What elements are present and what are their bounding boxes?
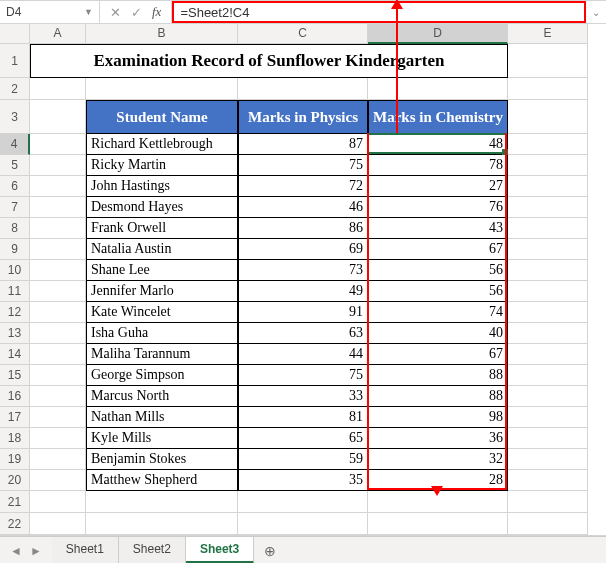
- cell-chemistry[interactable]: 76: [368, 197, 508, 218]
- name-box-dropdown-icon[interactable]: ▼: [84, 7, 93, 17]
- cell[interactable]: [368, 491, 508, 513]
- cell-chemistry[interactable]: 74: [368, 302, 508, 323]
- cell[interactable]: [508, 197, 588, 218]
- row-header[interactable]: 21: [0, 491, 30, 513]
- cell-physics[interactable]: 59: [238, 449, 368, 470]
- cell-physics[interactable]: 91: [238, 302, 368, 323]
- cell-physics[interactable]: 73: [238, 260, 368, 281]
- cell-student-name[interactable]: Richard Kettlebrough: [86, 134, 238, 155]
- cell[interactable]: [508, 323, 588, 344]
- cell[interactable]: [30, 513, 86, 535]
- cell-physics[interactable]: 75: [238, 365, 368, 386]
- name-box[interactable]: D4 ▼: [0, 1, 100, 23]
- cell[interactable]: [508, 78, 588, 100]
- row-header[interactable]: 22: [0, 513, 30, 535]
- cell-physics[interactable]: 86: [238, 218, 368, 239]
- cell[interactable]: [30, 365, 86, 386]
- row-header[interactable]: 11: [0, 281, 30, 302]
- cell[interactable]: [508, 470, 588, 491]
- cell[interactable]: [508, 407, 588, 428]
- cell[interactable]: [508, 302, 588, 323]
- cell[interactable]: [30, 470, 86, 491]
- cell-chemistry[interactable]: 43: [368, 218, 508, 239]
- cell[interactable]: [508, 155, 588, 176]
- cell[interactable]: [508, 100, 588, 134]
- cell-physics[interactable]: 81: [238, 407, 368, 428]
- row-header[interactable]: 17: [0, 407, 30, 428]
- cell-student-name[interactable]: Ricky Martin: [86, 155, 238, 176]
- cell-student-name[interactable]: Matthew Shepherd: [86, 470, 238, 491]
- row-header[interactable]: 19: [0, 449, 30, 470]
- row-header[interactable]: 10: [0, 260, 30, 281]
- cell-chemistry[interactable]: 88: [368, 386, 508, 407]
- cell[interactable]: [508, 428, 588, 449]
- cell-chemistry[interactable]: 40: [368, 323, 508, 344]
- title-cell[interactable]: Examination Record of Sunflower Kinderga…: [30, 44, 508, 78]
- row-header[interactable]: 16: [0, 386, 30, 407]
- tab-nav-next-icon[interactable]: ►: [30, 544, 42, 558]
- cell[interactable]: [368, 513, 508, 535]
- cell[interactable]: [30, 344, 86, 365]
- fx-icon[interactable]: fx: [152, 4, 161, 20]
- cell[interactable]: [30, 176, 86, 197]
- column-header[interactable]: A: [30, 24, 86, 44]
- row-header[interactable]: 12: [0, 302, 30, 323]
- header-chemistry[interactable]: Marks in Chemistry: [368, 100, 508, 134]
- row-header[interactable]: 5: [0, 155, 30, 176]
- cell-student-name[interactable]: John Hastings: [86, 176, 238, 197]
- cell-physics[interactable]: 46: [238, 197, 368, 218]
- cell-chemistry[interactable]: 67: [368, 344, 508, 365]
- cell-physics[interactable]: 72: [238, 176, 368, 197]
- cell[interactable]: [30, 302, 86, 323]
- cell[interactable]: [508, 44, 588, 78]
- cell-physics[interactable]: 35: [238, 470, 368, 491]
- cell[interactable]: [30, 260, 86, 281]
- cell-chemistry[interactable]: 67: [368, 239, 508, 260]
- cell-physics[interactable]: 69: [238, 239, 368, 260]
- cell-physics[interactable]: 44: [238, 344, 368, 365]
- row-header[interactable]: 13: [0, 323, 30, 344]
- cell[interactable]: [508, 513, 588, 535]
- row-header[interactable]: 1: [0, 44, 30, 78]
- cell-physics[interactable]: 49: [238, 281, 368, 302]
- cell-student-name[interactable]: Natalia Austin: [86, 239, 238, 260]
- row-header[interactable]: 4: [0, 134, 30, 155]
- column-header[interactable]: C: [238, 24, 368, 44]
- add-sheet-button[interactable]: ⊕: [254, 540, 286, 562]
- cell-physics[interactable]: 75: [238, 155, 368, 176]
- cell[interactable]: [508, 239, 588, 260]
- cell[interactable]: [30, 197, 86, 218]
- formula-bar-expand-icon[interactable]: ⌄: [586, 1, 606, 23]
- cell-student-name[interactable]: Kate Wincelet: [86, 302, 238, 323]
- column-header[interactable]: B: [86, 24, 238, 44]
- cell[interactable]: [368, 78, 508, 100]
- sheet-tab[interactable]: Sheet1: [52, 537, 119, 563]
- cell-chemistry[interactable]: 56: [368, 281, 508, 302]
- cell[interactable]: [30, 134, 86, 155]
- sheet-tab[interactable]: Sheet3: [186, 537, 254, 563]
- cell[interactable]: [30, 155, 86, 176]
- cell[interactable]: [508, 134, 588, 155]
- row-header[interactable]: 20: [0, 470, 30, 491]
- header-student-name[interactable]: Student Name: [86, 100, 238, 134]
- cell-student-name[interactable]: Maliha Tarannum: [86, 344, 238, 365]
- cell-student-name[interactable]: Shane Lee: [86, 260, 238, 281]
- cell[interactable]: [86, 78, 238, 100]
- cell[interactable]: [508, 449, 588, 470]
- cell[interactable]: [30, 491, 86, 513]
- cell-chemistry[interactable]: 98: [368, 407, 508, 428]
- row-header[interactable]: 8: [0, 218, 30, 239]
- cell-student-name[interactable]: Jennifer Marlo: [86, 281, 238, 302]
- cell-physics[interactable]: 87: [238, 134, 368, 155]
- row-header[interactable]: 6: [0, 176, 30, 197]
- formula-input[interactable]: =Sheet2!C4: [172, 1, 586, 23]
- header-physics[interactable]: Marks in Physics: [238, 100, 368, 134]
- column-header[interactable]: E: [508, 24, 588, 44]
- cell[interactable]: [508, 176, 588, 197]
- cell-student-name[interactable]: Benjamin Stokes: [86, 449, 238, 470]
- cell-chemistry[interactable]: 78: [368, 155, 508, 176]
- row-header[interactable]: 18: [0, 428, 30, 449]
- cell[interactable]: [30, 428, 86, 449]
- cell-student-name[interactable]: Marcus North: [86, 386, 238, 407]
- cell[interactable]: [238, 513, 368, 535]
